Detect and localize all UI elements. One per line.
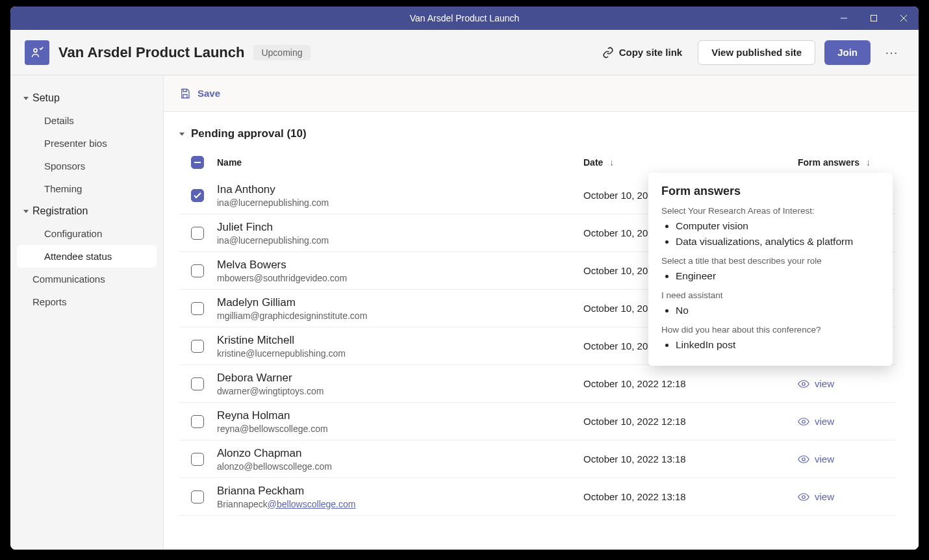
sidebar-item-communications[interactable]: Communications [17,268,157,290]
section-header[interactable]: Pending approval (10) [179,123,895,149]
flyout-question: Select Your Research Areas of Interest: [661,206,880,216]
row-checkbox[interactable] [191,227,204,240]
page-title: Van Arsdel Product Launch [58,44,244,61]
indeterminate-icon [194,162,201,163]
minimize-button[interactable] [829,6,859,30]
attendee-name: Ina Anthony [217,183,583,197]
table-row[interactable]: Alonzo Chapmanalonzo@bellowscollege.comO… [179,440,895,478]
copy-link-label: Copy site link [619,47,683,58]
sidebar-item-theming[interactable]: Theming [17,177,157,200]
window-controls [829,6,919,30]
flyout-answer: Engineer [676,268,880,284]
sidebar-item-reports[interactable]: Reports [17,290,157,313]
close-button[interactable] [889,6,919,30]
sidebar-item-sponsors[interactable]: Sponsors [17,155,157,177]
registration-date: October 10, 2022 13:18 [583,491,686,502]
view-label: view [815,378,834,389]
caret-down-icon [23,97,29,100]
view-answers-link[interactable]: view [798,378,834,389]
row-checkbox[interactable] [191,340,204,353]
attendee-name: Melva Bowers [217,258,583,272]
svg-point-13 [802,457,806,461]
row-checkbox[interactable] [191,453,204,466]
sidebar-group-setup[interactable]: Setup [14,87,159,109]
event-icon [31,46,44,59]
app-body: Setup Details Presenter bios Sponsors Th… [10,75,919,550]
maximize-button[interactable] [859,6,889,30]
flyout-question: I need assistant [661,290,880,300]
attendee-name: Reyna Holman [217,409,583,423]
attendee-name: Debora Warner [217,371,583,385]
svg-point-11 [802,382,806,385]
minimize-icon [840,14,848,22]
main-panel: Save Pending approval (10) [164,75,919,550]
view-published-button[interactable]: View published site [698,40,815,65]
view-label: view [815,416,834,427]
toolbar: Save [164,75,919,112]
attendee-name: Juliet Finch [217,220,583,235]
section-count: (10) [286,127,306,140]
link-icon [602,47,614,58]
sidebar-item-details[interactable]: Details [17,109,157,132]
status-badge: Upcoming [253,45,310,60]
eye-icon [798,455,809,463]
flyout-answer: Computer vision [676,218,880,234]
attendee-email: dwarner@wingtiptoys.com [217,386,583,396]
copy-site-link-button[interactable]: Copy site link [596,47,689,58]
row-checkbox[interactable] [191,189,204,202]
eye-icon [798,380,809,388]
select-all-checkbox[interactable] [191,156,204,169]
view-label: view [815,491,834,502]
flyout-answer: Data visualizations, analytics & platfor… [676,234,880,249]
row-checkbox[interactable] [191,264,204,277]
app-icon [25,40,49,65]
flyout-question: How did you hear about this conference? [661,325,880,335]
join-button[interactable]: Join [824,40,871,65]
view-published-label: View published site [711,47,802,58]
more-menu-button[interactable]: ⋯ [880,40,904,65]
view-answers-link[interactable]: view [798,453,834,465]
attendee-email: ina@lucernepublishing.com [217,235,583,246]
maximize-icon [870,14,878,22]
sidebar-item-configuration[interactable]: Configuration [17,222,157,245]
sort-down-icon: ↓ [866,157,871,168]
table-row[interactable]: Reyna Holmanreyna@bellowscollege.comOcto… [179,403,895,440]
flyout-question: Select a title that best describes your … [661,256,880,266]
attendee-name: Alonzo Chapman [217,446,583,461]
title-bar: Van Arsdel Product Launch [10,6,919,30]
caret-down-icon [179,133,185,136]
row-checkbox[interactable] [191,377,204,390]
flyout-title: Form answers [661,185,880,198]
table-row[interactable]: Debora Warnerdwarner@wingtiptoys.comOcto… [179,365,895,403]
check-icon [194,192,201,199]
row-checkbox[interactable] [191,490,204,503]
sidebar-group-registration[interactable]: Registration [14,200,159,222]
svg-point-12 [802,420,806,423]
attendee-name: Madelyn Gilliam [217,296,583,310]
attendee-email: reyna@bellowscollege.com [217,424,583,434]
row-checkbox[interactable] [191,302,204,315]
view-answers-link[interactable]: view [798,491,834,502]
flyout-answer: No [676,303,880,318]
email-link[interactable]: @bellowscollege.com [268,499,356,509]
sidebar-item-attendee-status[interactable]: Attendee status [17,245,157,268]
attendee-email: Briannapeck@bellowscollege.com [217,499,583,509]
table-row[interactable]: Brianna PeckhamBriannapeck@bellowscolleg… [179,478,895,516]
column-date-header[interactable]: Date [583,157,603,168]
sidebar-group-registration-label: Registration [32,205,88,217]
row-checkbox[interactable] [191,415,204,428]
window-title: Van Arsdel Product Launch [410,13,520,23]
app-header: Van Arsdel Product Launch Upcoming Copy … [10,30,919,75]
form-answers-flyout: Form answers Select Your Research Areas … [648,173,893,366]
eye-icon [798,493,809,501]
section-title: Pending approval [191,127,284,140]
view-answers-link[interactable]: view [798,416,834,427]
caret-down-icon [23,210,29,213]
sidebar: Setup Details Presenter bios Sponsors Th… [10,75,164,550]
attendee-email: alonzo@bellowscollege.com [217,461,583,472]
svg-rect-1 [871,16,877,21]
column-answers-header[interactable]: Form answers [798,157,859,168]
save-button[interactable]: Save [197,88,220,99]
sidebar-item-presenter-bios[interactable]: Presenter bios [17,132,157,155]
column-name-header[interactable]: Name [217,157,583,168]
